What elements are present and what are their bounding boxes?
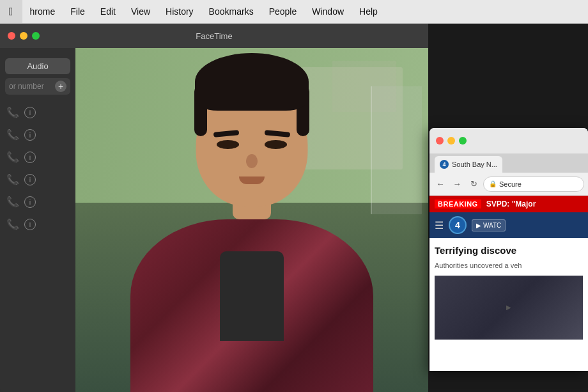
facetime-title: FaceTime [196,31,232,41]
list-item: 📞 i [0,191,75,213]
watch-label: WATC [483,222,501,229]
tab-title: South Bay N... [452,161,497,168]
facetime-titlebar: FaceTime [0,24,428,48]
apple-menu[interactable]:  [0,0,22,23]
info-icon[interactable]: i [24,196,36,208]
browser-tab[interactable]: 4 South Bay N... [435,156,502,173]
traffic-lights [8,32,40,40]
list-item: 📞 i [0,168,75,191]
facetime-search-area: Audio or number + [0,54,75,98]
facetime-search-row[interactable]: or number + [5,78,70,95]
info-icon[interactable]: i [24,107,36,118]
info-icon[interactable]: i [24,129,36,141]
list-item: 📞 i [0,146,75,168]
maximize-button[interactable] [32,32,40,40]
refresh-button[interactable]: ↻ [467,177,481,191]
image-placeholder-text: ▶ [506,304,511,311]
lock-icon: 🔒 [489,180,497,187]
forward-button[interactable]: → [450,177,464,191]
facetime-video-area [75,48,428,392]
news-headline: Terrifying discove [435,244,583,257]
menu-file[interactable]: File [63,0,93,23]
breaking-text: SVPD: "Major [486,200,536,208]
info-icon[interactable]: i [24,152,36,163]
facetime-contact-list: 📞 i 📞 i 📞 i 📞 i 📞 i 📞 i [0,98,75,238]
browser-minimize-button[interactable] [447,137,455,145]
list-item: 📞 i [0,213,75,235]
menu-history[interactable]: History [158,0,201,23]
play-icon: ▶ [476,222,481,229]
phone-icon: 📞 [6,218,19,230]
facetime-search-placeholder: or number [9,82,55,91]
news-thumbnail: ▶ [435,276,583,340]
phone-icon: 📞 [6,173,19,185]
browser-tab-bar: 4 South Bay N... [429,153,588,173]
browser-maximize-button[interactable] [459,137,467,145]
news-site-header: ☰ 4 ▶ WATC [429,212,588,238]
list-item: 📞 i [0,123,75,146]
news-subtext: Authorities uncovered a veh [435,261,583,270]
news-article-content: Terrifying discove Authorities uncovered… [429,238,588,346]
news-breaking-bar: BREAKING SVPD: "Major [429,196,588,212]
info-icon[interactable]: i [24,174,36,185]
browser-window: 4 South Bay N... ← → ↻ 🔒 Secure BREAKING… [429,128,588,371]
list-item: 📞 i [0,101,75,123]
close-button[interactable] [8,32,15,40]
hamburger-menu-icon[interactable]: ☰ [435,219,444,231]
browser-close-button[interactable] [436,137,444,145]
phone-icon: 📞 [6,106,19,118]
menu-people[interactable]: People [261,0,305,23]
menu-edit[interactable]: Edit [93,0,123,23]
address-secure-text: Secure [499,180,522,188]
minimize-button[interactable] [20,32,27,40]
video-person [75,48,428,392]
phone-icon: 📞 [6,129,19,141]
facetime-audio-button[interactable]: Audio [5,58,70,74]
news-logo: 4 [449,216,467,234]
phone-icon: 📞 [6,196,19,208]
facetime-add-button[interactable]: + [55,81,66,92]
menu-view[interactable]: View [123,0,158,23]
breaking-label: BREAKING [435,200,481,208]
facetime-window: FaceTime Audio or number + 📞 i 📞 i 📞 i [0,24,428,392]
menu-bookmarks[interactable]: Bookmarks [201,0,261,23]
facetime-sidebar: Audio or number + 📞 i 📞 i 📞 i 📞 i [0,48,75,392]
tab-favicon: 4 [440,160,449,169]
phone-icon: 📞 [6,151,19,163]
address-bar[interactable]: 🔒 Secure [483,176,584,192]
info-icon[interactable]: i [24,219,36,230]
menu-window[interactable]: Window [304,0,352,23]
menu-bar:  hrome File Edit View History Bookmarks… [0,0,588,24]
browser-titlebar [429,128,588,153]
back-button[interactable]: ← [433,177,447,191]
watch-live-button[interactable]: ▶ WATC [472,219,506,231]
menu-help[interactable]: Help [352,0,385,23]
menu-chrome[interactable]: hrome [22,0,63,23]
browser-navbar: ← → ↻ 🔒 Secure [429,173,588,196]
